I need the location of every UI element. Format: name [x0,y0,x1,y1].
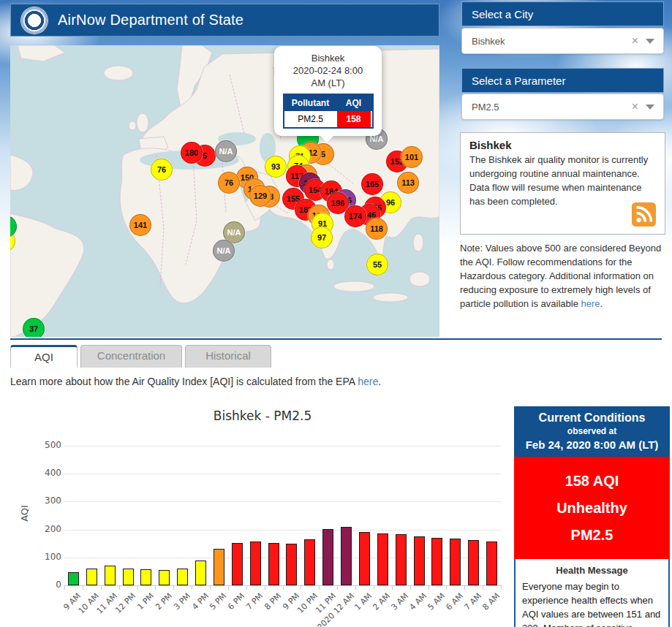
health-message-title: Health Message [522,565,662,576]
chart-bar-4-pm[interactable] [195,560,206,585]
tab-historical-label: Historical [205,349,251,362]
aqi-map-marker-113[interactable]: 113 [397,172,419,194]
popup-city: Bishkek [280,52,376,64]
chart-bar-5-pm[interactable] [214,549,224,585]
aqi-map-marker-97[interactable]: 97 [311,227,333,248]
x-tick-mark [192,585,192,590]
y-tick-500: 500 [37,440,61,450]
aqi-map-marker-118[interactable]: 118 [366,218,388,240]
x-tick-mark [392,585,393,590]
rss-feed-icon[interactable] [632,202,656,227]
city-dropdown-arrow-icon[interactable] [646,39,654,44]
tab-concentration-label: Concentration [97,349,165,362]
city-select-header: Select a City [461,1,664,26]
chart-bar-11-pm[interactable] [322,529,333,585]
aqi-map-marker-141[interactable]: 141 [129,214,151,236]
chart-bar-2020-12-am[interactable] [341,527,352,585]
app-header: AirNow Department of State [10,4,439,37]
aqi-map-marker-na[interactable]: N/A [215,140,237,162]
popup-col-aqi: AQI [337,95,371,111]
chart-bar-1-pm[interactable] [140,569,151,585]
note-suffix: . [600,298,603,309]
popup-col-pollutant: Pollutant [284,95,337,111]
parameter-select[interactable]: PM2.5 × [461,94,664,120]
aqi-map-marker-174[interactable]: 174 [344,205,366,227]
chart-bar-10-am[interactable] [86,569,97,585]
x-tick-mark [429,585,429,590]
chart-bar-8-pm[interactable] [268,543,279,585]
gridline-500 [64,446,501,446]
x-tick-mark [283,585,284,590]
y-tick-200: 200 [37,524,61,534]
chart-bar-1-am[interactable] [359,532,370,585]
popup-table: Pollutant AQI PM2.5 158 [283,94,374,129]
chart-bar-4-am[interactable] [414,536,425,585]
x-tick-mark [483,585,483,590]
aqi-map-marker-55[interactable]: 55 [366,254,388,276]
chart-bar-9-pm[interactable] [286,544,297,585]
chart-bar-6-pm[interactable] [232,543,243,585]
chart-bar-10-pm[interactable] [304,539,315,585]
note-text: Note: Values above 500 are considered Be… [460,243,661,309]
chart-bar-6-am[interactable] [450,539,461,585]
aqi-status-banner: 158 AQI Unhealthy PM2.5 [514,457,670,559]
map-popup: Bishkek 2020-02-24 8:00 AM (LT) Pollutan… [274,46,382,136]
tab-aqi-label: AQI [34,351,53,363]
city-select[interactable]: Bishkek × [461,28,664,54]
aqi-map-marker-76[interactable]: 76 [218,172,240,194]
app-title: AirNow Department of State [58,12,243,28]
learn-more-suffix: . [378,376,381,387]
x-tick-mark [301,585,301,590]
x-tick-mark [410,585,411,590]
popup-date: 2020-02-24 8:00 [280,64,376,77]
tabs-divider [10,338,662,340]
tab-aqi[interactable]: AQI [10,345,78,368]
info-box-body: The Bishkek air quality monitor is curre… [469,153,656,208]
chart-bar-5-am[interactable] [431,538,442,585]
aqi-map-marker-na[interactable]: N/A [213,240,235,262]
chart-bar-8-am[interactable] [486,542,497,585]
chart-bar-3-pm[interactable] [177,569,188,585]
note-here-link[interactable]: here [581,298,600,309]
x-tick-mark [64,585,65,590]
x-tick-mark [155,585,156,590]
x-tick-mark [374,585,374,590]
parameter-dropdown-arrow-icon[interactable] [646,104,654,110]
gridline-300 [64,501,501,502]
chart-bar-2-pm[interactable] [159,570,170,585]
health-message-box: Health Message Everyone may begin to exp… [514,559,670,627]
aqi-map-marker-76[interactable]: 76 [151,159,173,180]
city-info-box: Bishkek The Bishkek air quality monitor … [460,132,665,235]
learn-more-here-link[interactable]: here [358,376,378,387]
parameter-select-header-label: Select a Parameter [472,75,565,87]
chart-bar-9-am[interactable] [68,572,79,585]
aqi-bar-chart: Bishkek - PM2.5 AQI 01002003004005009 AM… [10,398,515,626]
aqi-map-marker-129[interactable]: 129 [249,185,271,207]
popup-pointer [320,135,334,142]
chart-bar-11-am[interactable] [105,566,116,585]
x-tick-mark [83,585,83,590]
chart-bar-12-pm[interactable] [123,569,134,585]
y-tick-400: 400 [37,468,61,478]
x-tick-mark [173,585,174,590]
x-tick-mark [464,585,465,590]
y-tick-100: 100 [37,552,61,562]
chart-bar-7-am[interactable] [468,540,479,585]
tab-concentration[interactable]: Concentration [80,345,182,368]
current-conditions-title: Current Conditions [517,411,667,425]
parameter-clear-icon[interactable]: × [624,100,646,113]
parameter-select-value: PM2.5 [462,102,624,113]
parameter-select-header: Select a Parameter [461,68,664,93]
chart-bar-7-pm[interactable] [250,542,261,585]
tab-historical[interactable]: Historical [185,345,271,368]
aqi-world-map[interactable]: 518076141037N/AN/A5112717493771172611541… [10,45,439,337]
aqi-map-marker-93[interactable]: 93 [265,156,287,178]
aqi-map-marker-180[interactable]: 180 [181,142,203,164]
city-clear-icon[interactable]: × [624,34,646,48]
state-department-seal-logo [21,7,48,34]
aqi-map-marker-165[interactable]: 165 [361,173,383,195]
chart-bar-3-am[interactable] [396,534,407,585]
aqi-map-marker-37[interactable]: 37 [23,318,45,337]
chart-bar-2-am[interactable] [377,533,388,585]
aqi-map-marker-101[interactable]: 101 [401,146,423,168]
